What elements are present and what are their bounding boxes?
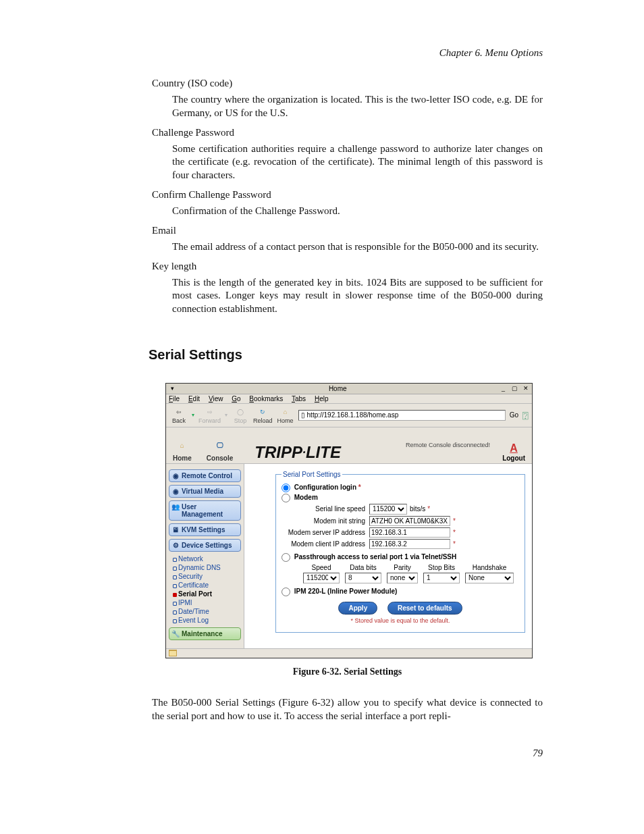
radio-modem[interactable] — [281, 494, 290, 502]
subitem-datetime[interactable]: Date/Time — [171, 607, 241, 616]
modem-client-ip-input[interactable] — [369, 539, 450, 549]
app-console-button[interactable]: 🖵 Console — [207, 438, 233, 462]
subitem-dynamic-dns[interactable]: Dynamic DNS — [171, 563, 241, 572]
term-country: Country (ISO code) — [152, 78, 543, 89]
home-button[interactable]: ⌂ Home — [277, 407, 294, 424]
desc-challenge: Some certification authorities require a… — [172, 142, 543, 182]
screenshot-window: ▾ Home _ ▢ ✕ File Edit View Go Bookmarks… — [165, 383, 533, 658]
menu-edit[interactable]: Edit — [188, 395, 200, 402]
subitem-event-log[interactable]: Event Log — [171, 616, 241, 625]
url-input[interactable]: ▯ http://192.168.1.188/home.asp — [298, 410, 506, 421]
forward-label: Forward — [198, 417, 221, 424]
sidebar-item-remote-control[interactable]: ◉ Remote Control — [169, 469, 241, 482]
virtual-media-icon: ◉ — [171, 487, 180, 496]
pass-speed-select[interactable]: 115200 — [303, 573, 340, 583]
forward-dropdown-icon[interactable]: ▾ — [225, 412, 227, 418]
go-button[interactable]: Go — [510, 411, 518, 419]
logout-icon: A — [510, 442, 518, 454]
term-keylen: Key length — [152, 261, 543, 272]
pass-stopbits-select[interactable]: 1 — [423, 573, 460, 583]
modem-init-input[interactable] — [369, 516, 450, 526]
back-button[interactable]: ⇦ Back — [170, 407, 188, 424]
device-settings-submenu: Network Dynamic DNS Security Certificate… — [171, 554, 241, 625]
radio-ipm-label: IPM 220-L (Inline Power Module) — [294, 588, 398, 595]
remote-console-status: Remote Console disconnected! — [406, 442, 502, 448]
pass-databits-select[interactable]: 8 — [345, 573, 381, 583]
apply-button[interactable]: Apply — [338, 602, 377, 615]
back-dropdown-icon[interactable]: ▾ — [192, 412, 194, 418]
subitem-ipmi[interactable]: IPMI — [171, 598, 241, 607]
menubar[interactable]: File Edit View Go Bookmarks Tabs Help — [166, 394, 532, 404]
chapter-header: Chapter 6. Menu Options — [152, 47, 543, 59]
term-challenge: Challenge Password — [152, 127, 543, 138]
menu-bookmarks[interactable]: Bookmarks — [249, 395, 283, 402]
sidebar: ◉ Remote Control ◉ Virtual Media 👥 User … — [166, 464, 244, 648]
sidebar-item-user-management[interactable]: 👥 User Management — [169, 500, 241, 521]
pass-parity-select[interactable]: none — [387, 573, 418, 583]
asterisk-icon: * — [427, 505, 430, 513]
radio-ipm[interactable] — [281, 588, 290, 596]
wrench-icon: 🔧 — [171, 629, 180, 639]
asterisk-icon: * — [450, 529, 456, 536]
menu-view[interactable]: View — [209, 395, 223, 402]
console-icon: 🖵 — [213, 438, 227, 453]
modem-client-ip-label: Modem client IP address — [281, 540, 369, 548]
figure-caption: Figure 6-32. Serial Settings — [152, 667, 543, 677]
sidebar-label: KVM Settings — [182, 526, 225, 533]
sidebar-item-kvm-settings[interactable]: 🖥 KVM Settings — [169, 523, 241, 536]
home-label: Home — [277, 417, 294, 424]
sidebar-item-maintenance[interactable]: 🔧 Maintenance — [169, 627, 241, 640]
reload-label: Reload — [253, 417, 273, 424]
hdr-handshake: Handshake — [465, 564, 514, 571]
serial-port-settings-group: Serial Port Settings Configuration login… — [275, 471, 525, 633]
serial-line-speed-select[interactable]: 115200 — [369, 504, 407, 515]
radio-configuration-login[interactable] — [281, 484, 290, 492]
app-home-button[interactable]: ⌂ Home — [173, 438, 192, 462]
subitem-security[interactable]: Security — [171, 572, 241, 581]
forward-icon: ⇨ — [204, 407, 216, 417]
page-icon: ▯ — [301, 411, 305, 419]
sidebar-item-virtual-media[interactable]: ◉ Virtual Media — [169, 485, 241, 498]
minimize-icon[interactable]: _ — [498, 385, 508, 393]
maximize-icon[interactable]: ▢ — [510, 385, 519, 393]
subitem-certificate[interactable]: Certificate — [171, 581, 241, 590]
window-title: Home — [177, 385, 498, 392]
group-legend: Serial Port Settings — [281, 471, 342, 478]
asterisk-icon: * — [450, 517, 456, 525]
stop-icon: ◯ — [234, 407, 246, 417]
desc-keylen: This is the length of the generated key … — [172, 276, 543, 316]
pass-handshake-select[interactable]: None — [465, 573, 514, 583]
radio-passthrough[interactable] — [281, 553, 290, 562]
sidebar-label: User Management — [182, 503, 223, 518]
logout-button[interactable]: A Logout — [502, 442, 525, 462]
browser-statusbar — [166, 648, 532, 658]
desc-country: The country where the organization is lo… — [172, 93, 543, 120]
forward-button[interactable]: ⇨ Forward — [198, 407, 221, 424]
url-text: http://192.168.1.188/home.asp — [307, 411, 399, 419]
desc-email: The email address of a contact person th… — [172, 240, 543, 254]
menu-help[interactable]: Help — [315, 395, 329, 402]
subitem-network[interactable]: Network — [171, 554, 241, 563]
menu-go[interactable]: Go — [232, 395, 240, 402]
reset-defaults-button[interactable]: Reset to defaults — [387, 602, 462, 615]
term-email: Email — [152, 225, 543, 236]
back-label: Back — [172, 417, 186, 424]
console-label: Console — [207, 454, 233, 462]
asterisk-icon: * — [450, 540, 456, 548]
toolbar: ⇦ Back ▾ ⇨ Forward ▾ ◯ Stop ↻ Reload — [166, 404, 532, 427]
window-menu-icon[interactable]: ▾ — [167, 384, 177, 392]
sidebar-item-device-settings[interactable]: ⚙ Device Settings — [169, 539, 241, 552]
menu-file[interactable]: File — [169, 395, 180, 402]
term-confirm: Confirm Challenge Password — [152, 189, 543, 201]
app-home-icon: ⌂ — [175, 438, 190, 453]
close-icon[interactable]: ✕ — [521, 385, 531, 393]
reload-button[interactable]: ↻ Reload — [253, 407, 273, 424]
stop-button[interactable]: ◯ Stop — [232, 407, 249, 424]
folder-icon — [169, 650, 177, 656]
app-header: ⌂ Home 🖵 Console TRIPP·LITE Remote Conso… — [166, 427, 532, 464]
body-paragraph: The B050-000 Serial Settings (Figure 6-3… — [152, 696, 543, 723]
subitem-serial-port[interactable]: Serial Port — [171, 590, 241, 598]
home-icon: ⌂ — [279, 407, 292, 417]
menu-tabs[interactable]: Tabs — [292, 395, 306, 402]
modem-server-ip-input[interactable] — [369, 527, 450, 538]
